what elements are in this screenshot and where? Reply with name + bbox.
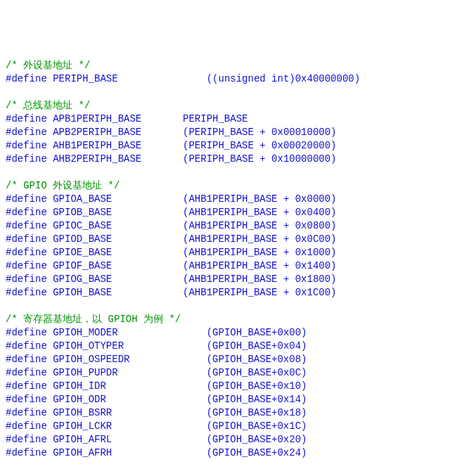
define-keyword: #define <box>6 260 47 271</box>
macro-value: (GPIOH_BASE+0x00) <box>207 327 307 338</box>
macro-name: GPIOA_BASE <box>53 193 112 205</box>
macro-name: GPIOH_MODER <box>53 327 117 338</box>
macro-name: GPIOF_BASE <box>53 260 112 271</box>
comment: /* GPIO 外设基地址 */ <box>6 180 120 191</box>
macro-name: PERIPH_BASE <box>53 73 117 84</box>
macro-value: (AHB1PERIPH_BASE + 0x1C00) <box>183 287 336 298</box>
define-keyword: #define <box>6 407 47 418</box>
macro-value: (PERIPH_BASE + 0x00020000) <box>183 140 336 151</box>
macro-name: GPIOC_BASE <box>53 220 112 231</box>
macro-value: (AHB1PERIPH_BASE + 0x0800) <box>183 220 336 231</box>
define-keyword: #define <box>6 113 47 124</box>
macro-name: GPIOH_OTYPER <box>53 340 124 352</box>
macro-name: GPIOH_PUPDR <box>53 367 117 378</box>
macro-name: GPIOH_OSPEEDR <box>53 354 129 365</box>
macro-value: (AHB1PERIPH_BASE + 0x1400) <box>183 260 336 271</box>
macro-value: (GPIOH_BASE+0x1C) <box>207 420 307 432</box>
macro-name: GPIOH_BSRR <box>53 407 112 418</box>
macro-value: (GPIOH_BASE+0x18) <box>207 407 307 418</box>
macro-value: (GPIOH_BASE+0x14) <box>207 394 307 405</box>
define-keyword: #define <box>6 140 47 151</box>
macro-name: AHB1PERIPH_BASE <box>53 140 141 151</box>
macro-name: APB2PERIPH_BASE <box>53 127 141 138</box>
macro-name: GPIOH_IDR <box>53 380 106 392</box>
macro-name: GPIOG_BASE <box>53 274 112 285</box>
define-keyword: #define <box>6 274 47 285</box>
macro-name: GPIOH_ODR <box>53 394 106 405</box>
define-keyword: #define <box>6 447 47 458</box>
define-keyword: #define <box>6 394 47 405</box>
define-keyword: #define <box>6 220 47 231</box>
define-keyword: #define <box>6 354 47 365</box>
macro-value: (AHB1PERIPH_BASE + 0x0C00) <box>183 233 336 245</box>
macro-value: (PERIPH_BASE + 0x10000000) <box>183 153 336 165</box>
define-keyword: #define <box>6 327 47 338</box>
macro-value: (GPIOH_BASE+0x20) <box>207 434 307 445</box>
code-block: /* 外设基地址 */ #define PERIPH_BASE ((unsign… <box>6 59 444 460</box>
macro-name: GPIOH_AFRL <box>53 434 112 445</box>
define-keyword: #define <box>6 153 47 165</box>
comment: /* 寄存器基地址，以 GPIOH 为例 */ <box>6 314 181 325</box>
macro-value: (GPIOH_BASE+0x24) <box>207 447 307 458</box>
macro-value: (AHB1PERIPH_BASE + 0x0400) <box>183 207 336 218</box>
define-keyword: #define <box>6 420 47 432</box>
macro-value: (AHB1PERIPH_BASE + 0x1000) <box>183 247 336 258</box>
macro-name: APB1PERIPH_BASE <box>53 113 141 124</box>
macro-name: GPIOH_AFRH <box>53 447 112 458</box>
macro-value: ((unsigned int)0x40000000) <box>207 73 360 84</box>
comment: /* 外设基地址 */ <box>6 60 90 71</box>
define-keyword: #define <box>6 127 47 138</box>
define-keyword: #define <box>6 193 47 205</box>
macro-name: GPIOE_BASE <box>53 247 112 258</box>
macro-value: (AHB1PERIPH_BASE + 0x1800) <box>183 274 336 285</box>
macro-name: GPIOH_BASE <box>53 287 112 298</box>
macro-value: (GPIOH_BASE+0x10) <box>207 380 307 392</box>
define-keyword: #define <box>6 380 47 392</box>
macro-value: (GPIOH_BASE+0x08) <box>207 354 307 365</box>
define-keyword: #define <box>6 287 47 298</box>
macro-value: (AHB1PERIPH_BASE + 0x0000) <box>183 193 336 205</box>
macro-name: GPIOH_LCKR <box>53 420 112 432</box>
define-keyword: #define <box>6 247 47 258</box>
define-keyword: #define <box>6 73 47 84</box>
macro-name: GPIOD_BASE <box>53 233 112 245</box>
macro-name: AHB2PERIPH_BASE <box>53 153 141 165</box>
define-keyword: #define <box>6 340 47 352</box>
macro-value: PERIPH_BASE <box>183 113 248 124</box>
define-keyword: #define <box>6 207 47 218</box>
define-keyword: #define <box>6 367 47 378</box>
macro-value: (GPIOH_BASE+0x04) <box>207 340 307 352</box>
define-keyword: #define <box>6 233 47 245</box>
macro-value: (PERIPH_BASE + 0x00010000) <box>183 127 336 138</box>
macro-name: GPIOB_BASE <box>53 207 112 218</box>
define-keyword: #define <box>6 434 47 445</box>
macro-value: (GPIOH_BASE+0x0C) <box>207 367 307 378</box>
comment: /* 总线基地址 */ <box>6 100 90 111</box>
